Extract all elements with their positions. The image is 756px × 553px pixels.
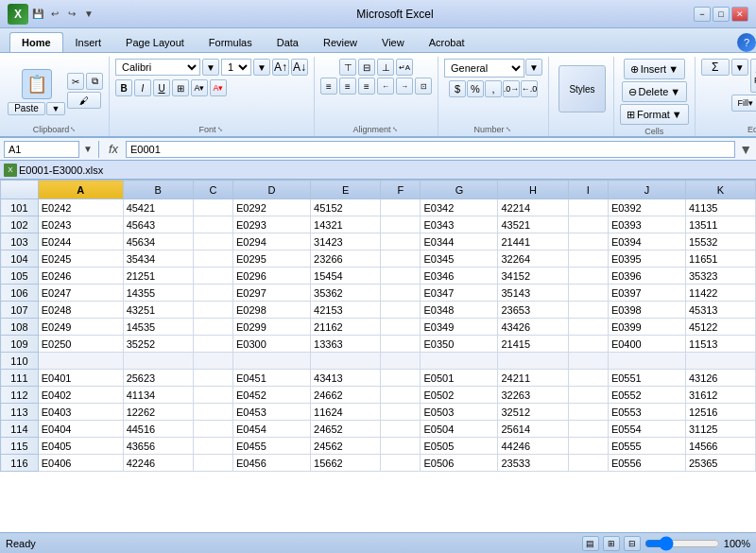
wrap-text-btn[interactable]: ↵A xyxy=(396,59,413,76)
formula-input[interactable] xyxy=(126,141,735,158)
cell-F106[interactable] xyxy=(381,285,421,302)
font-size-select[interactable]: 11 xyxy=(221,59,251,76)
col-header-D[interactable]: D xyxy=(233,181,311,199)
cell-F110[interactable] xyxy=(381,353,421,370)
cell-H112[interactable]: 32263 xyxy=(498,387,568,404)
cell-H108[interactable]: 43426 xyxy=(498,319,568,336)
cell-A111[interactable]: E0401 xyxy=(38,370,123,387)
tab-page-layout[interactable]: Page Layout xyxy=(113,32,197,52)
col-header-C[interactable]: C xyxy=(193,181,232,199)
cell-F112[interactable] xyxy=(381,387,421,404)
cell-G114[interactable]: E0504 xyxy=(421,421,498,438)
row-header[interactable]: 115 xyxy=(1,438,39,455)
cell-G102[interactable]: E0343 xyxy=(421,216,498,233)
cell-B102[interactable]: 45643 xyxy=(123,216,193,233)
font-name-select[interactable]: Calibri xyxy=(115,59,200,76)
cell-B111[interactable]: 25623 xyxy=(123,370,193,387)
cell-H111[interactable]: 24211 xyxy=(498,370,568,387)
cell-F104[interactable] xyxy=(381,251,421,268)
cell-K105[interactable]: 35323 xyxy=(685,268,755,285)
cell-B107[interactable]: 43251 xyxy=(123,302,193,319)
cell-G104[interactable]: E0345 xyxy=(421,251,498,268)
cell-B110[interactable] xyxy=(123,353,193,370)
cell-C111[interactable] xyxy=(193,370,232,387)
cell-A108[interactable]: E0249 xyxy=(38,319,123,336)
underline-button[interactable]: U xyxy=(153,79,170,96)
align-top-btn[interactable]: ⊤ xyxy=(339,59,356,76)
cell-I111[interactable] xyxy=(568,370,608,387)
cell-A116[interactable]: E0406 xyxy=(38,455,123,472)
format-dropdown[interactable]: ▼ xyxy=(672,109,682,120)
cell-B116[interactable]: 42246 xyxy=(123,455,193,472)
cell-K113[interactable]: 12516 xyxy=(685,404,755,421)
cell-A102[interactable]: E0243 xyxy=(38,216,123,233)
cell-A104[interactable]: E0245 xyxy=(38,251,123,268)
cell-E106[interactable]: 35362 xyxy=(311,285,381,302)
cell-J115[interactable]: E0555 xyxy=(608,438,685,455)
merge-center-btn[interactable]: ⊡ xyxy=(415,78,432,95)
cell-K114[interactable]: 31125 xyxy=(685,421,755,438)
cell-B114[interactable]: 44516 xyxy=(123,421,193,438)
cell-E113[interactable]: 11624 xyxy=(311,404,381,421)
cell-E102[interactable]: 14321 xyxy=(311,216,381,233)
cell-I104[interactable] xyxy=(568,251,608,268)
row-header[interactable]: 111 xyxy=(1,370,39,387)
cell-B105[interactable]: 21251 xyxy=(123,268,193,285)
format-button[interactable]: ⊞ Format ▼ xyxy=(620,104,689,125)
row-header[interactable]: 107 xyxy=(1,302,39,319)
row-header[interactable]: 113 xyxy=(1,404,39,421)
cell-E109[interactable]: 13363 xyxy=(311,336,381,353)
cell-H110[interactable] xyxy=(498,353,568,370)
cell-B103[interactable]: 45634 xyxy=(123,233,193,251)
currency-btn[interactable]: $ xyxy=(449,80,466,97)
col-header-G[interactable]: G xyxy=(421,181,498,199)
cell-I112[interactable] xyxy=(568,387,608,404)
row-header[interactable]: 110 xyxy=(1,353,39,370)
cell-K115[interactable]: 14566 xyxy=(685,438,755,455)
styles-button[interactable]: Styles xyxy=(558,65,606,112)
cell-F107[interactable] xyxy=(381,302,421,319)
cell-E110[interactable] xyxy=(311,353,381,370)
paste-label[interactable]: Paste xyxy=(8,102,45,115)
cell-H114[interactable]: 25614 xyxy=(498,421,568,438)
cell-C103[interactable] xyxy=(193,233,232,251)
help-icon[interactable]: ? xyxy=(737,33,756,52)
cell-H113[interactable]: 32512 xyxy=(498,404,568,421)
cell-J114[interactable]: E0554 xyxy=(608,421,685,438)
cell-K109[interactable]: 11513 xyxy=(685,336,755,353)
cell-C107[interactable] xyxy=(193,302,232,319)
cell-G105[interactable]: E0346 xyxy=(421,268,498,285)
cell-G113[interactable]: E0503 xyxy=(421,404,498,421)
cell-B104[interactable]: 35434 xyxy=(123,251,193,268)
align-left-btn[interactable]: ≡ xyxy=(320,78,337,95)
cell-K107[interactable]: 45313 xyxy=(685,302,755,319)
row-header[interactable]: 101 xyxy=(1,199,39,216)
cell-K101[interactable]: 41135 xyxy=(685,199,755,216)
cell-F115[interactable] xyxy=(381,438,421,455)
clipboard-expand-icon[interactable]: ⤡ xyxy=(70,126,77,133)
copy-button[interactable]: ⧉ xyxy=(86,73,103,90)
cell-J101[interactable]: E0392 xyxy=(608,199,685,216)
cell-G111[interactable]: E0501 xyxy=(421,370,498,387)
border-button[interactable]: ⊞ xyxy=(172,79,189,96)
cell-H115[interactable]: 44246 xyxy=(498,438,568,455)
col-header-H[interactable]: H xyxy=(498,181,568,199)
indent-dec-btn[interactable]: ← xyxy=(377,78,394,95)
cell-G115[interactable]: E0505 xyxy=(421,438,498,455)
cell-A115[interactable]: E0405 xyxy=(38,438,123,455)
paste-button[interactable]: 📋 xyxy=(18,67,56,101)
cell-I116[interactable] xyxy=(568,455,608,472)
cell-E115[interactable]: 24562 xyxy=(311,438,381,455)
cell-I101[interactable] xyxy=(568,199,608,216)
cell-H107[interactable]: 23653 xyxy=(498,302,568,319)
number-format-dropdown[interactable]: ▼ xyxy=(525,59,542,76)
cell-ref-dropdown[interactable]: ▼ xyxy=(83,144,93,154)
cell-H105[interactable]: 34152 xyxy=(498,268,568,285)
cell-F102[interactable] xyxy=(381,216,421,233)
cell-I102[interactable] xyxy=(568,216,608,233)
restore-btn[interactable]: □ xyxy=(713,7,730,22)
cell-D109[interactable]: E0300 xyxy=(233,336,311,353)
cell-D101[interactable]: E0292 xyxy=(233,199,311,216)
cell-K106[interactable]: 11422 xyxy=(685,285,755,302)
cell-J110[interactable] xyxy=(608,353,685,370)
